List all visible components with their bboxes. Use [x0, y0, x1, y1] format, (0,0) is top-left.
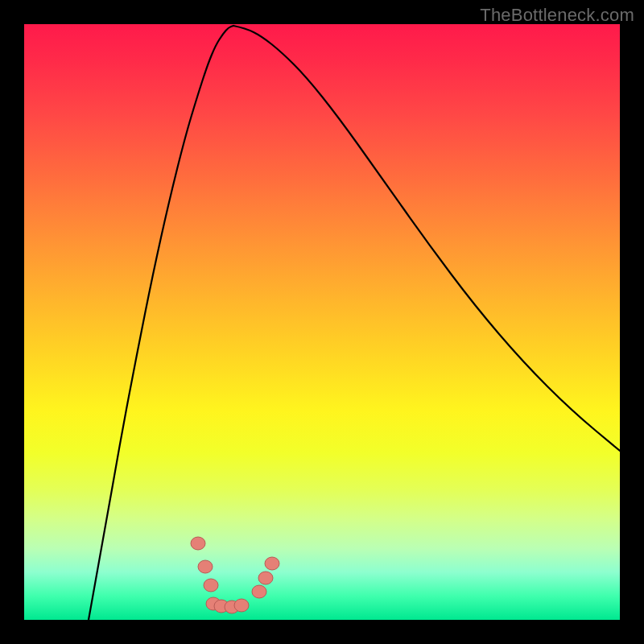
curve-marker	[204, 579, 218, 592]
curves-layer	[24, 24, 620, 620]
curve-marker	[252, 585, 266, 598]
bottleneck-curve-right-curve	[233, 26, 620, 451]
curve-marker	[258, 572, 273, 584]
watermark-text: TheBottleneck.com	[480, 5, 634, 26]
curve-marker	[265, 557, 279, 570]
plot-area	[24, 24, 620, 620]
curve-marker	[198, 560, 213, 573]
curve-marker	[191, 537, 205, 550]
chart-frame: TheBottleneck.com	[0, 0, 644, 644]
curve-marker	[234, 599, 249, 612]
bottleneck-curve-left-curve	[89, 26, 233, 620]
